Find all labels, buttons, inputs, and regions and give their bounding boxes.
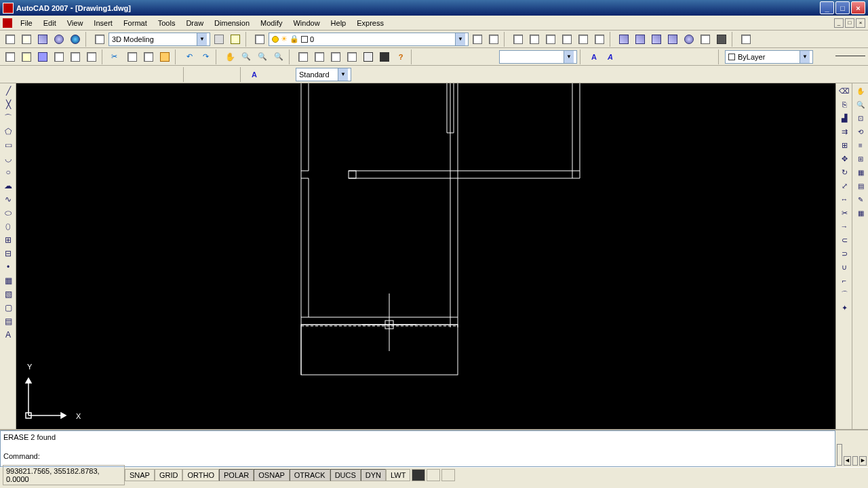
menu-window[interactable]: Window [288,18,325,28]
open2-icon[interactable] [19,49,34,64]
camera-icon[interactable] [714,32,729,47]
dim-update-icon[interactable] [279,67,294,82]
viewport4-icon[interactable] [559,32,574,47]
dim-angular2-icon[interactable] [117,67,132,82]
help-icon[interactable]: ? [393,49,408,64]
construction-line-tool[interactable]: ╳ [1,98,15,110]
join-tool[interactable]: ∪ [837,261,851,273]
scroll-thumb[interactable] [852,456,858,466]
qnew-icon[interactable] [3,49,18,64]
visual-style2-icon[interactable] [633,32,648,47]
materials-icon[interactable] [738,32,753,47]
dim-tolerance-icon[interactable] [206,67,221,82]
status-grid[interactable]: GRID [155,469,183,481]
offset-tool[interactable]: ⇉ [837,125,851,138]
visual-style5-icon[interactable] [682,32,696,47]
dim-edit-icon[interactable]: A [247,67,262,82]
calc-icon[interactable] [377,49,392,64]
workspace-dropdown[interactable]: 3D Modeling ▼ [108,33,210,46]
plot-preview-icon[interactable] [68,49,83,64]
dim-linear-icon[interactable] [619,49,634,64]
fillet-tool[interactable]: ⌒ [837,288,851,300]
status-ducs[interactable]: DUCS [330,469,361,481]
named-views-icon[interactable] [576,32,591,47]
status-osnap[interactable]: OSNAP [254,469,290,481]
viewport-icon[interactable] [511,32,526,47]
dim-radius2-icon[interactable] [68,67,83,82]
viewport2-icon[interactable] [527,32,542,47]
ellipse-tool[interactable]: ⬭ [1,207,15,219]
osnap-end-icon[interactable] [434,49,449,64]
redo-icon[interactable]: ↷ [198,49,213,64]
workspace-settings-icon[interactable] [92,32,107,47]
visual-style3-icon[interactable] [649,32,664,47]
zoom-prev-icon[interactable]: 🔍 [271,49,286,64]
layer-properties-icon[interactable] [252,32,267,47]
copy-clipboard-icon[interactable] [125,49,140,64]
osnap-cen-icon[interactable] [483,49,498,64]
tool-palettes-tool[interactable]: ▦ [854,166,867,178]
design-center-icon[interactable] [312,49,327,64]
linetype-dropdown[interactable]: ByLayer ▼ [725,50,813,64]
match-properties-icon[interactable] [157,49,172,64]
dim-aligned2-icon[interactable] [19,67,34,82]
dim-diameter-icon[interactable] [100,67,115,82]
spline-tool[interactable]: ∿ [1,193,15,205]
extend-tool[interactable]: → [837,220,851,232]
dim-angular-icon[interactable] [668,49,683,64]
dim-baseline-icon[interactable] [149,67,164,82]
menu-express[interactable]: Express [351,18,389,28]
minimize-button[interactable]: _ [820,1,834,14]
mdi-minimize-button[interactable]: _ [834,18,844,28]
menu-format[interactable]: Format [118,18,153,28]
cube-icon[interactable] [35,32,50,47]
array-tool[interactable]: ⊞ [837,139,851,151]
open-icon[interactable] [19,32,34,47]
menu-tools[interactable]: Tools [153,18,181,28]
block-name-dropdown[interactable]: ▼ [499,50,577,64]
dimstyle-icon[interactable] [353,67,368,82]
circle-tool[interactable]: ○ [1,166,15,178]
sheet-set-tool[interactable]: ▤ [854,180,867,192]
explode-tool[interactable]: ✦ [837,302,851,314]
menu-insert[interactable]: Insert [88,18,118,28]
mdi-restore-button[interactable]: □ [845,18,854,28]
scroll-right-icon[interactable]: ► [859,456,867,466]
rotate-tool[interactable]: ↻ [837,166,851,178]
dim-leader-icon[interactable] [701,49,715,64]
properties-tool[interactable]: ≡ [854,139,867,151]
pan-icon[interactable]: ✋ [222,49,237,64]
new-icon[interactable] [3,32,18,47]
workspace-lock-icon[interactable] [228,32,243,47]
dim-aligned-icon[interactable] [635,49,650,64]
point-tool[interactable]: • [1,261,15,273]
maximize-button[interactable]: □ [835,1,850,14]
mdi-close-button[interactable]: × [856,18,865,28]
trim-tool[interactable]: ✂ [837,207,851,219]
move-tool[interactable]: ✥ [837,152,851,165]
table-tool[interactable]: ▤ [1,315,15,327]
status-dyn[interactable]: DYN [361,469,386,481]
markup-icon[interactable] [361,49,376,64]
scroll-left-icon[interactable]: ◄ [844,456,851,466]
command-window[interactable]: ERASE 2 found Command: [0,430,835,467]
undo-icon[interactable]: ↶ [182,49,197,64]
sheet-set-icon[interactable] [344,49,359,64]
zoom-realtime-tool[interactable]: 🔍 [854,98,867,110]
menu-view[interactable]: View [62,18,89,28]
break-point-tool[interactable]: ⊂ [837,234,851,246]
arc-tool[interactable]: ◡ [1,152,15,165]
sphere-icon[interactable] [52,32,66,47]
workspace-gear-icon[interactable] [212,32,226,47]
polyline-tool[interactable]: ⌒ [1,112,15,124]
quickcalc-tool[interactable]: ▦ [854,207,867,219]
rectangle-tool[interactable]: ▭ [1,139,15,151]
erase-tool[interactable]: ⌫ [837,85,851,97]
dim-ordinate-icon[interactable] [52,67,66,82]
status-snap[interactable]: SNAP [125,469,155,481]
drawing-canvas[interactable]: X Y [16,83,835,429]
paste-icon[interactable] [141,49,156,64]
multiline-text-tool[interactable]: A [1,329,15,341]
break-tool[interactable]: ⊃ [837,247,851,260]
copy-tool[interactable]: ⎘ [837,98,851,110]
